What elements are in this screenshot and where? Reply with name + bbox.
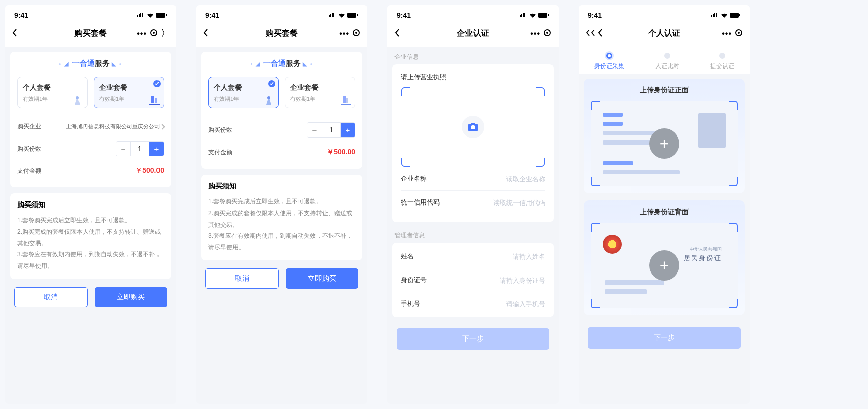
upload-id-front[interactable]: + — [591, 101, 738, 186]
time: 9:41 — [397, 11, 411, 19]
phone-input[interactable] — [420, 300, 545, 308]
svg-point-3 — [153, 32, 155, 34]
page-title: 购买套餐 — [233, 28, 330, 39]
label: 购买份数 — [17, 145, 41, 153]
cancel-button[interactable]: 取消 — [14, 287, 88, 307]
plus-button[interactable]: + — [149, 142, 164, 156]
uscc-input[interactable] — [440, 199, 545, 207]
field-uscc: 统一信用代码 — [401, 191, 545, 214]
id-front-card: 上传身份证正面 + — [584, 79, 745, 193]
svg-rect-26 — [739, 14, 740, 16]
nav-bar: 购买套餐 ••• — [196, 23, 367, 47]
label: 购买企业 — [17, 122, 41, 131]
next-button[interactable]: 下一步 — [397, 328, 549, 350]
notice-item: 3.套餐应在有效期内使用，到期自动失效，不退不补，请尽早使用。 — [208, 230, 355, 253]
cancel-button[interactable]: 取消 — [205, 268, 279, 289]
qty-input[interactable] — [130, 142, 149, 156]
buy-button[interactable]: 立即购买 — [95, 287, 167, 307]
more-icon[interactable]: ••• — [137, 29, 147, 38]
plan-personal[interactable]: 个人套餐 有效期1年 — [208, 77, 279, 108]
plan-enterprise[interactable]: 企业套餐 有效期1年 — [285, 77, 355, 108]
more-icon[interactable]: ••• — [339, 29, 349, 38]
svg-rect-8 — [149, 104, 160, 105]
row-amount: 支付金额 ￥500.00 — [208, 143, 355, 162]
more-icon[interactable]: ••• — [530, 29, 540, 38]
status-bar: 9:41 — [5, 5, 176, 23]
back-icon[interactable] — [12, 29, 17, 39]
back-icon[interactable] — [591, 29, 595, 38]
minus-button[interactable]: − — [307, 123, 322, 137]
nav-bar: 企业认证 ••• — [387, 23, 559, 47]
svg-rect-19 — [548, 14, 549, 16]
target-icon[interactable] — [352, 29, 360, 39]
label: 姓名 — [401, 252, 414, 261]
plan-name: 企业套餐 — [290, 83, 350, 92]
nav-bar: 购买套餐 ••• 〉 — [5, 23, 176, 47]
label: 支付金额 — [208, 148, 232, 157]
notice-item: 2.购买完成的套餐仅限本人使用，不支持转让、赠送或其他交易。 — [208, 208, 355, 231]
step-submit: 提交认证 — [710, 53, 734, 71]
buy-button[interactable]: 立即购买 — [286, 268, 358, 289]
forward-icon[interactable]: 〉 — [161, 28, 169, 39]
svg-rect-25 — [730, 13, 739, 18]
row-qty: 购买份数 − + — [208, 117, 355, 143]
notice-title: 购买须知 — [17, 200, 164, 210]
target-icon[interactable] — [150, 29, 158, 39]
amount: ￥500.00 — [327, 148, 355, 157]
time: 9:41 — [588, 11, 602, 19]
label: 统一信用代码 — [401, 198, 440, 207]
notice-item: 3.套餐应在有效期内使用，到期自动失效，不退不补，请尽早使用。 — [17, 249, 164, 272]
plan-enterprise[interactable]: 企业套餐 有效期1年 — [94, 77, 164, 108]
back-icon[interactable] — [598, 29, 603, 39]
status-icons — [711, 13, 741, 18]
upload-license[interactable] — [401, 87, 545, 167]
company-name-input[interactable] — [427, 175, 545, 183]
nav-bar: 个人认证 ••• — [579, 23, 750, 47]
time: 9:41 — [14, 11, 28, 19]
row-qty: 购买份数 − + — [17, 136, 164, 161]
label: 购买份数 — [208, 126, 232, 134]
plus-icon: + — [649, 250, 679, 281]
next-button[interactable]: 下一步 — [588, 327, 741, 349]
value: 上海旭冉信息科技有限公司重庆分公司 — [46, 123, 160, 130]
svg-rect-16 — [346, 98, 348, 103]
back-icon[interactable] — [203, 29, 208, 39]
svg-point-28 — [738, 32, 740, 34]
label: 企业名称 — [401, 174, 427, 183]
quantity-stepper: − + — [116, 141, 164, 156]
status-icons — [328, 13, 358, 18]
name-input[interactable] — [414, 253, 545, 260]
target-icon[interactable] — [543, 29, 551, 39]
idno-input[interactable] — [427, 277, 545, 284]
qty-input[interactable] — [322, 123, 341, 137]
row-amount: 支付金额 ￥500.00 — [17, 161, 164, 180]
field-idno: 身份证号 — [401, 268, 545, 292]
plan-personal[interactable]: 个人套餐 有效期1年 — [17, 77, 88, 108]
page-title: 企业认证 — [425, 28, 521, 39]
label: 身份证号 — [401, 276, 427, 285]
row-company[interactable]: 购买企业 上海旭冉信息科技有限公司重庆分公司 — [17, 117, 164, 136]
status-icons — [519, 13, 549, 18]
chevron-right-icon — [159, 124, 165, 129]
svg-point-14 — [267, 96, 270, 99]
plus-icon: + — [649, 128, 679, 159]
back-icon[interactable] — [394, 29, 400, 39]
field-name: 姓名 — [401, 245, 545, 268]
label: 支付金额 — [17, 167, 41, 175]
id-front-title: 上传身份证正面 — [591, 86, 738, 95]
target-icon[interactable] — [735, 29, 743, 39]
section-company-info: 企业信息 — [392, 50, 554, 64]
more-icon[interactable]: ••• — [722, 29, 732, 38]
id-back-title: 上传身份证背面 — [591, 208, 738, 217]
plan-name: 个人套餐 — [214, 83, 273, 92]
notice-title: 购买须知 — [208, 182, 355, 191]
svg-point-24 — [471, 125, 475, 129]
minus-button[interactable]: − — [116, 142, 130, 156]
svg-rect-23 — [471, 123, 475, 125]
upload-id-back[interactable]: 中华人民共和国 居民身份证 + — [591, 223, 738, 308]
plan-name: 企业套餐 — [99, 83, 159, 92]
id-back-card: 上传身份证背面 中华人民共和国 居民身份证 + — [584, 200, 745, 315]
plus-button[interactable]: + — [341, 123, 355, 137]
back-icon[interactable] — [586, 29, 590, 38]
page-title: 购买套餐 — [42, 28, 139, 39]
